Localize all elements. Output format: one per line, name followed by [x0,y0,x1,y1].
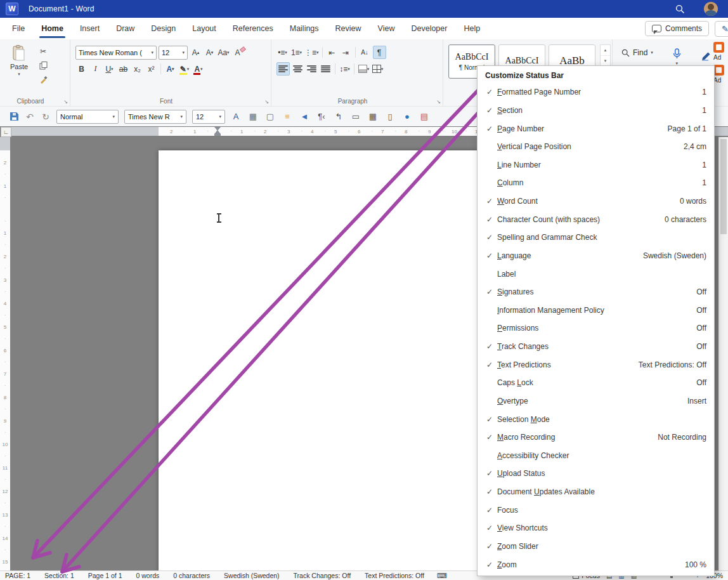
status-menu-item-column[interactable]: Column1 [478,174,714,192]
marked-page-icon[interactable]: ▤ [419,112,429,121]
status-menu-item-zoom[interactable]: ✓Zoom100 % [478,555,714,574]
multilevel-list-button[interactable]: ⋮≡▾ [304,46,319,58]
strikethrough-button[interactable]: ab [117,63,129,75]
addin-button[interactable]: Ad [713,42,724,61]
status-menu-item-view-shortcuts[interactable]: ✓View Shortcuts [478,519,714,537]
status-menu-item-information-management-policy[interactable]: Information Management PolicyOff [478,301,714,320]
menu-tab-layout[interactable]: Layout [184,18,224,39]
section-indicator[interactable]: Section: 1 [44,572,74,579]
menu-tab-view[interactable]: View [370,18,403,39]
shrink-font-button[interactable]: A▾ [204,47,216,59]
superscript-button[interactable]: x² [145,63,157,75]
search-icon[interactable] [675,4,685,14]
status-menu-item-overtype[interactable]: OvertypeInsert [478,392,714,411]
comments-button[interactable]: Comments [645,21,709,36]
scrollbar-thumb[interactable] [720,139,727,234]
clear-formatting-button[interactable]: A [231,47,244,59]
editor-button[interactable] [701,48,713,63]
text-effects-button[interactable]: A▾ [164,63,176,75]
status-menu-item-label[interactable]: Label [478,265,714,283]
borders-button[interactable]: ▾ [372,63,384,75]
status-menu-item-character-count-with-spaces[interactable]: ✓Character Count (with spaces)0 characte… [478,210,714,228]
menu-tab-file[interactable]: File [4,18,33,39]
underline-button[interactable]: U▾ [103,63,115,75]
insert-field-icon[interactable]: ▦ [248,112,258,121]
page-number-indicator[interactable]: Page 1 of 1 [88,572,122,579]
document-icon[interactable]: ▢ [265,112,275,121]
tab-selector[interactable]: ∟ [1,127,11,137]
frame-box-icon[interactable]: ▭ [351,112,361,121]
status-menu-item-word-count[interactable]: ✓Word Count0 words [478,192,714,211]
keyboard-icon[interactable]: ⌨ [437,572,447,580]
status-menu-item-formatted-page-number[interactable]: ✓Formatted Page Number1 [478,83,714,102]
cut-icon[interactable]: ✂ [37,46,49,57]
italic-button[interactable]: I [89,63,101,75]
menu-tab-mailings[interactable]: Mailings [282,18,327,39]
status-menu-item-macro-recording[interactable]: ✓Macro RecordingNot Recording [478,428,714,447]
word-logo-icon[interactable]: W [6,3,18,15]
vertical-scrollbar[interactable] [718,137,728,571]
word-count[interactable]: 0 words [136,572,160,579]
change-case-button[interactable]: Aa▾ [218,47,230,59]
paste-button[interactable]: Paste ▾ [5,43,33,96]
font-name-combo[interactable]: Times New Roman ( ▾ [75,46,157,60]
page-icon[interactable]: ▯ [385,112,395,121]
undo-icon[interactable]: ↶ [25,112,35,122]
status-menu-item-line-number[interactable]: Line Number1 [478,156,714,175]
status-menu-item-language[interactable]: ✓LanguageSwedish (Sweden) [478,247,714,265]
style-select[interactable]: Normal ▾ [56,110,119,124]
page-indicator[interactable]: PAGE: 1 [5,572,30,579]
dictate-button[interactable]: ▾ [672,48,682,66]
status-menu-item-caps-lock[interactable]: Caps LockOff [478,374,714,392]
menu-tab-developer[interactable]: Developer [403,18,455,39]
table-grid-icon[interactable]: ▦ [368,112,378,121]
shading-button[interactable]: ▾ [358,63,370,75]
font-color-button[interactable]: A▾ [192,63,204,75]
menu-tab-review[interactable]: Review [327,18,370,39]
status-menu-item-signatures[interactable]: ✓SignaturesOff [478,283,714,301]
justify-button[interactable] [320,63,332,75]
status-menu-item-selection-mode[interactable]: ✓Selection Mode [478,410,714,428]
status-menu-item-vertical-page-position[interactable]: Vertical Page Position2,4 cm [478,138,714,156]
format-painter-icon[interactable] [37,74,49,85]
redo-icon[interactable]: ↻ [41,112,51,122]
menu-tab-references[interactable]: References [224,18,282,39]
status-menu-item-text-predictions[interactable]: ✓Text PredictionsText Predictions: Off [478,355,714,374]
menu-tab-design[interactable]: Design [143,18,184,39]
align-right-button[interactable] [306,63,318,75]
status-menu-item-spelling-and-grammar-check[interactable]: ✓Spelling and Grammar Check [478,228,714,247]
indent-arrow-icon[interactable]: ↰ [334,112,344,121]
editing-button[interactable]: ✎ E [715,21,728,37]
menu-tab-draw[interactable]: Draw [108,18,143,39]
bold-button[interactable]: B [75,63,88,75]
pilcrow-back-icon[interactable]: ¶‹ [316,112,327,121]
font-size-combo[interactable]: 12 ▾ [159,46,188,60]
bullets-button[interactable]: •≡▾ [276,46,289,58]
draw-flag-icon[interactable]: ◄ [299,112,309,121]
status-menu-item-page-number[interactable]: ✓Page NumberPage 1 of 1 [478,119,714,138]
subscript-button[interactable]: x₂ [131,63,143,75]
status-menu-item-track-changes[interactable]: ✓Track ChangesOff [478,338,714,356]
show-formatting-marks-button[interactable]: ¶ [373,46,386,59]
left-indent-marker[interactable] [214,134,221,136]
status-menu-item-document-updates-available[interactable]: ✓Document Updates Available [478,483,714,501]
status-menu-item-section[interactable]: ✓Section1 [478,102,714,120]
copy-icon[interactable] [37,60,49,71]
highlight-color-button[interactable]: ✎▾ [178,63,190,75]
increase-indent-button[interactable]: ⇥ [340,46,352,58]
paragraph-dialog-launcher-icon[interactable]: ↘ [436,99,441,105]
status-menu-item-focus[interactable]: ✓Focus [478,501,714,519]
user-avatar[interactable] [704,2,718,16]
status-menu-item-zoom-slider[interactable]: ✓Zoom Slider [478,537,714,556]
save-icon[interactable] [9,112,19,121]
font-size-select[interactable]: 12 ▾ [192,110,225,124]
vertical-ruler[interactable]: 1·2·1·2·3·4·5·6·7·8·9·10·11·12·13·14·15· [0,137,10,571]
font-select[interactable]: Times New R ▾ [124,110,186,124]
grow-font-button[interactable]: A▴ [190,47,202,59]
align-center-button[interactable] [292,63,304,75]
text-predictions-indicator[interactable]: Text Predictions: Off [365,572,424,579]
align-left-button[interactable] [276,62,290,76]
scroll-up-icon[interactable]: ▴ [601,45,610,56]
clipboard-dialog-launcher-icon[interactable]: ↘ [63,99,68,105]
menu-tab-insert[interactable]: Insert [72,18,108,39]
